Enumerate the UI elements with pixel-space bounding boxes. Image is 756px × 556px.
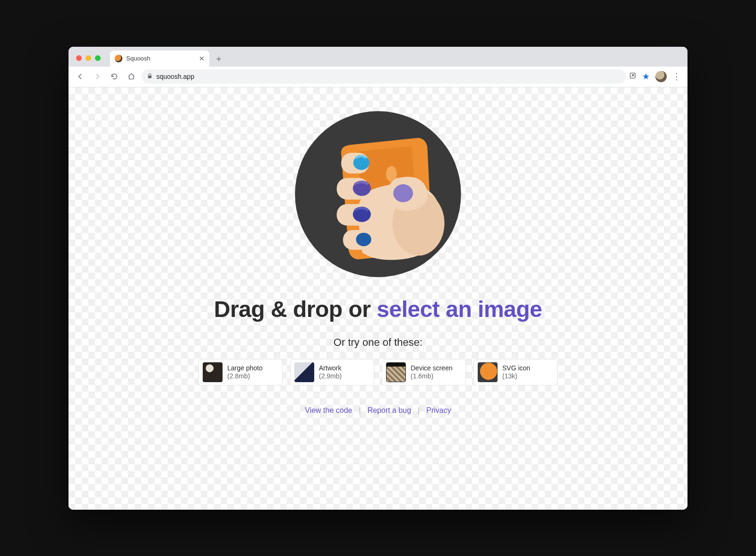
privacy-link[interactable]: Privacy	[426, 406, 451, 415]
minimize-window-icon[interactable]	[86, 55, 91, 61]
select-image-link[interactable]: select an image	[377, 297, 542, 322]
squoosh-logo	[288, 104, 468, 284]
back-button[interactable]	[73, 69, 87, 84]
separator-icon: |	[418, 406, 420, 415]
subline: Or try one of these:	[334, 336, 422, 349]
sample-cards: Large photo (2.8mb) Artwork (2.9mb) Devi…	[198, 359, 558, 385]
url-text: squoosh.app	[156, 73, 194, 80]
sample-name: SVG icon	[502, 364, 530, 372]
view-code-link[interactable]: View the code	[305, 406, 352, 415]
thumb-device-screen-icon	[386, 362, 406, 382]
window-controls	[76, 55, 101, 61]
svg-point-11	[356, 232, 371, 246]
close-window-icon[interactable]	[76, 55, 82, 61]
sample-name: Artwork	[319, 364, 342, 372]
headline: Drag & drop or select an image	[214, 296, 542, 322]
tab-strip: Squoosh ✕ ＋	[69, 47, 687, 67]
footer-links: View the code | Report a bug | Privacy	[305, 406, 451, 415]
open-external-icon[interactable]	[629, 72, 636, 81]
headline-prefix: Drag & drop or	[214, 297, 377, 322]
close-tab-icon[interactable]: ✕	[199, 55, 205, 62]
tab-title: Squoosh	[126, 55, 195, 62]
maximize-window-icon[interactable]	[95, 55, 101, 61]
svg-point-12	[393, 184, 413, 202]
profile-avatar[interactable]	[655, 71, 667, 82]
new-tab-button[interactable]: ＋	[212, 52, 225, 65]
favicon-icon	[115, 55, 122, 62]
home-button[interactable]	[124, 69, 138, 84]
sample-size: (2.8mb)	[227, 372, 263, 380]
sample-name: Device screen	[411, 364, 453, 372]
page-content: Drag & drop or select an image Or try on…	[69, 87, 687, 510]
forward-button[interactable]	[90, 69, 104, 84]
browser-window: Squoosh ✕ ＋ squoosh.app ★	[69, 47, 687, 510]
toolbar-right: ★ ⋮	[629, 71, 683, 82]
toolbar: squoosh.app ★ ⋮	[69, 67, 687, 87]
reload-button[interactable]	[107, 69, 121, 84]
thumb-artwork-icon	[294, 362, 314, 382]
report-bug-link[interactable]: Report a bug	[368, 406, 412, 415]
separator-icon: |	[359, 406, 361, 415]
lock-icon	[147, 73, 153, 80]
sample-size: (2.9mb)	[319, 372, 342, 380]
browser-tab[interactable]: Squoosh ✕	[110, 51, 209, 67]
sample-size: (1.6mb)	[411, 372, 453, 380]
address-bar[interactable]: squoosh.app	[141, 69, 626, 84]
thumb-large-photo-icon	[203, 362, 223, 382]
sample-device-screen[interactable]: Device screen (1.6mb)	[382, 359, 466, 385]
bookmark-star-icon[interactable]: ★	[642, 71, 650, 82]
sample-artwork[interactable]: Artwork (2.9mb)	[290, 359, 374, 385]
sample-size: (13k)	[502, 372, 530, 380]
sample-large-photo[interactable]: Large photo (2.8mb)	[198, 359, 283, 385]
thumb-svg-icon-icon	[478, 362, 498, 382]
sample-svg-icon[interactable]: SVG icon (13k)	[473, 359, 558, 385]
sample-name: Large photo	[227, 364, 263, 372]
menu-kebab-icon[interactable]: ⋮	[672, 71, 681, 82]
